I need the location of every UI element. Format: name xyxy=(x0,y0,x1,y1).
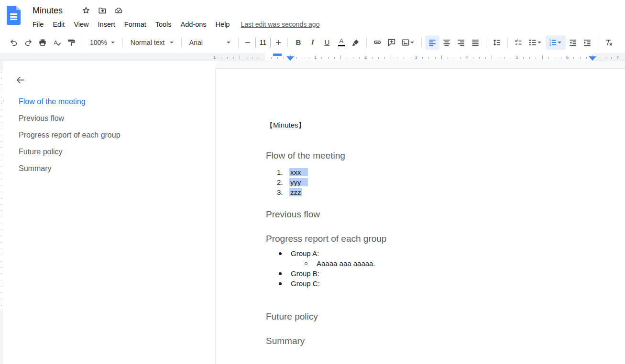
numbered-list-item[interactable]: 3. zzz xyxy=(216,187,625,197)
ruler-tick xyxy=(372,57,373,59)
font-size-input[interactable]: 11 xyxy=(255,37,271,48)
align-center-button[interactable] xyxy=(439,35,454,50)
print-icon xyxy=(38,38,47,47)
first-line-indent-marker[interactable] xyxy=(273,54,282,56)
clear-formatting-button[interactable] xyxy=(602,35,616,50)
menu-format[interactable]: Format xyxy=(124,21,146,28)
selected-text[interactable]: xxx xyxy=(289,168,308,176)
menu-tools[interactable]: Tools xyxy=(155,21,172,28)
toolbar-separator xyxy=(122,38,123,47)
chevron-down-icon xyxy=(170,42,174,43)
font-size-increase-button[interactable] xyxy=(273,35,284,50)
menu-addons[interactable]: Add-ons xyxy=(181,21,207,28)
numbered-list-button[interactable]: 1 2 3 xyxy=(546,35,566,50)
increase-indent-button[interactable] xyxy=(580,35,594,50)
selected-text[interactable]: zzz xyxy=(289,188,302,196)
highlight-color-button[interactable] xyxy=(349,35,363,50)
decrease-indent-button[interactable] xyxy=(566,35,580,50)
line-spacing-button[interactable] xyxy=(490,35,504,50)
menu-bar: File Edit View Insert Format Tools Add-o… xyxy=(33,19,319,30)
doc-heading-future-policy[interactable]: Future policy xyxy=(266,311,318,322)
ruler-tick xyxy=(536,57,536,59)
doc-heading-flow-of-the-meeting[interactable]: Flow of the meeting xyxy=(266,150,345,161)
outline-item-future-policy[interactable]: Future policy xyxy=(3,143,215,160)
bold-button[interactable]: B xyxy=(291,35,306,50)
document-title[interactable]: Minutes xyxy=(33,6,63,16)
insert-image-button[interactable] xyxy=(399,35,418,50)
insert-link-button[interactable] xyxy=(370,35,384,50)
bullet-list-button[interactable] xyxy=(526,35,546,50)
checklist-button[interactable] xyxy=(511,35,526,50)
align-right-button[interactable] xyxy=(454,35,468,50)
menu-insert[interactable]: Insert xyxy=(98,21,115,28)
zoom-select[interactable]: 100% xyxy=(86,35,119,50)
docs-line xyxy=(10,16,17,18)
bullet-list-item[interactable]: Group A: xyxy=(216,248,625,258)
redo-button[interactable] xyxy=(21,35,35,50)
menu-view[interactable]: View xyxy=(74,21,88,28)
paragraph-style-select[interactable]: Normal text xyxy=(126,35,178,50)
close-outline-button[interactable] xyxy=(13,73,27,87)
print-button[interactable] xyxy=(35,35,50,50)
star-button[interactable] xyxy=(79,3,93,18)
justify-button[interactable] xyxy=(468,35,482,50)
left-indent-marker[interactable] xyxy=(286,56,294,61)
undo-icon xyxy=(10,38,18,47)
top-bar: Minutes File Edit View Insert Format Too… xyxy=(0,0,625,32)
list-number: 1. xyxy=(277,167,283,177)
outline-item-summary[interactable]: Summary xyxy=(3,160,215,177)
doc-heading-previous-flow[interactable]: Previous flow xyxy=(266,209,320,220)
underline-button[interactable]: U xyxy=(320,35,334,50)
ruler-number: 2 xyxy=(364,54,367,60)
font-select[interactable]: Arial xyxy=(185,35,235,50)
vertical-ruler xyxy=(0,61,3,364)
docs-line xyxy=(10,19,17,20)
menu-file[interactable]: File xyxy=(33,21,44,28)
ruler-tick xyxy=(441,55,442,59)
bullet-sub-list-item[interactable]: Aaaaa aaa aaaaa. xyxy=(216,258,625,268)
ruler-number: 1 xyxy=(314,54,317,60)
paint-format-button[interactable] xyxy=(64,35,78,50)
last-edit-link[interactable]: Last edit was seconds ago xyxy=(241,21,319,28)
star-icon xyxy=(82,6,90,15)
google-docs-logo-icon[interactable] xyxy=(7,6,21,25)
doc-intro-paragraph[interactable]: 【Minutes】 xyxy=(266,120,306,130)
spellcheck-button[interactable]: A xyxy=(50,35,64,50)
outline-item-flow-of-the-meeting[interactable]: Flow of the meeting xyxy=(3,93,215,110)
move-to-folder-button[interactable] xyxy=(95,3,110,18)
add-comment-button[interactable] xyxy=(384,35,399,50)
ruler-tick xyxy=(599,57,599,59)
ruler-tick xyxy=(334,57,335,59)
cloud-saved-icon xyxy=(114,6,123,15)
ruler-tick xyxy=(542,55,543,59)
italic-button[interactable]: I xyxy=(306,35,320,50)
outline-item-progress-report[interactable]: Progress report of each group xyxy=(3,127,215,143)
outline-item-previous-flow[interactable]: Previous flow xyxy=(3,110,215,127)
ruler-tick xyxy=(359,57,360,59)
ruler-tick xyxy=(555,57,555,59)
text-color-button[interactable]: A xyxy=(334,35,349,50)
chevron-down-icon xyxy=(111,42,115,43)
doc-heading-progress-report[interactable]: Progress report of each group xyxy=(266,233,386,245)
numbered-list-item[interactable]: 1. xxx xyxy=(216,167,625,177)
doc-heading-summary[interactable]: Summary xyxy=(266,335,305,347)
numbered-list-item[interactable]: 2. yyy xyxy=(216,177,625,187)
style-value: Normal text xyxy=(131,39,165,46)
selected-text[interactable]: yyy xyxy=(289,178,308,186)
align-left-button[interactable] xyxy=(425,35,439,50)
document-page[interactable]: 【Minutes】 Flow of the meeting 1. xxx 2. … xyxy=(215,68,625,364)
clear-formatting-icon xyxy=(604,38,613,47)
ruler-tick xyxy=(504,57,504,59)
bullet-list-item[interactable]: Group B: xyxy=(216,268,625,278)
menu-edit[interactable]: Edit xyxy=(53,21,65,28)
bullet-list-item[interactable]: Group C: xyxy=(216,278,625,289)
add-comment-icon xyxy=(387,38,396,47)
font-size-decrease-button[interactable] xyxy=(242,35,253,50)
chevron-down-icon xyxy=(410,42,414,43)
bullet-dot xyxy=(279,272,282,275)
undo-button[interactable] xyxy=(7,35,21,50)
right-indent-marker[interactable] xyxy=(589,56,596,61)
ruler-tick xyxy=(435,57,436,59)
document-status-button[interactable] xyxy=(111,3,126,18)
menu-help[interactable]: Help xyxy=(216,21,230,28)
